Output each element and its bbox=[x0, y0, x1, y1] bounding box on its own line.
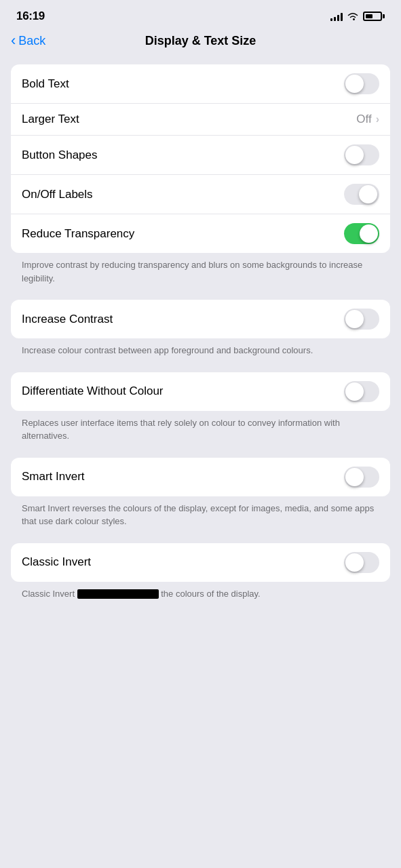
signal-icon bbox=[330, 12, 343, 21]
card-group-4: Smart Invert bbox=[11, 458, 390, 496]
settings-group-3: Differentiate Without Colour Replaces us… bbox=[11, 372, 390, 450]
classic-invert-toggle-knob bbox=[345, 553, 364, 572]
larger-text-chevron-icon: › bbox=[376, 113, 379, 125]
smart-invert-label: Smart Invert bbox=[22, 470, 85, 484]
smart-invert-row[interactable]: Smart Invert bbox=[11, 458, 390, 496]
page-title: Display & Text Size bbox=[145, 34, 256, 48]
group4-description: Smart Invert reverses the colours of the… bbox=[11, 496, 390, 535]
larger-text-row[interactable]: Larger Text Off › bbox=[11, 104, 390, 136]
settings-group-1: Bold Text Larger Text Off › Button Shape… bbox=[11, 64, 390, 292]
bold-text-label: Bold Text bbox=[22, 77, 69, 91]
on-off-labels-toggle[interactable] bbox=[344, 184, 379, 205]
button-shapes-row[interactable]: Button Shapes bbox=[11, 136, 390, 175]
settings-group-4: Smart Invert Smart Invert reverses the c… bbox=[11, 458, 390, 535]
smart-invert-toggle[interactable] bbox=[344, 467, 379, 488]
status-time: 16:19 bbox=[16, 9, 45, 23]
bold-text-row[interactable]: Bold Text bbox=[11, 64, 390, 104]
smart-invert-toggle-knob bbox=[345, 468, 364, 486]
settings-group-5: Classic Invert Classic Invert the colour… bbox=[11, 543, 390, 608]
back-label: Back bbox=[18, 34, 45, 48]
on-off-labels-row[interactable]: On/Off Labels bbox=[11, 175, 390, 214]
differentiate-without-colour-label: Differentiate Without Colour bbox=[22, 384, 164, 398]
larger-text-value: Off › bbox=[356, 113, 379, 126]
wifi-icon bbox=[347, 12, 359, 21]
larger-text-status: Off bbox=[356, 113, 371, 126]
status-icons bbox=[330, 12, 385, 21]
classic-invert-label: Classic Invert bbox=[22, 555, 91, 569]
group3-description: Replaces user interface items that rely … bbox=[11, 411, 390, 450]
battery-icon bbox=[363, 12, 385, 21]
differentiate-without-colour-row[interactable]: Differentiate Without Colour bbox=[11, 372, 390, 411]
status-bar: 16:19 bbox=[0, 0, 401, 28]
on-off-labels-toggle-knob bbox=[359, 185, 377, 203]
increase-contrast-toggle[interactable] bbox=[344, 309, 379, 330]
bold-text-toggle[interactable] bbox=[344, 73, 379, 94]
larger-text-label: Larger Text bbox=[22, 113, 79, 126]
back-chevron-icon: ‹ bbox=[11, 33, 16, 48]
increase-contrast-label: Increase Contrast bbox=[22, 313, 113, 326]
card-group-1: Bold Text Larger Text Off › Button Shape… bbox=[11, 64, 390, 253]
classic-invert-toggle[interactable] bbox=[344, 552, 379, 573]
differentiate-without-colour-toggle-knob bbox=[345, 382, 364, 401]
card-group-5: Classic Invert bbox=[11, 543, 390, 582]
reduce-transparency-toggle[interactable] bbox=[344, 223, 379, 244]
bold-text-toggle-knob bbox=[345, 75, 364, 93]
on-off-labels-label: On/Off Labels bbox=[22, 188, 93, 201]
reduce-transparency-toggle-knob bbox=[360, 224, 378, 243]
button-shapes-label: Button Shapes bbox=[22, 149, 98, 162]
increase-contrast-row[interactable]: Increase Contrast bbox=[11, 300, 390, 338]
settings-content: Bold Text Larger Text Off › Button Shape… bbox=[0, 56, 401, 620]
increase-contrast-toggle-knob bbox=[345, 310, 364, 328]
differentiate-without-colour-toggle[interactable] bbox=[344, 381, 379, 402]
group2-description: Increase colour contrast between app for… bbox=[11, 338, 390, 364]
card-group-2: Increase Contrast bbox=[11, 300, 390, 338]
nav-bar: ‹ Back Display & Text Size bbox=[0, 28, 401, 56]
group1-description: Improve contrast by reducing transparenc… bbox=[11, 253, 390, 292]
settings-group-2: Increase Contrast Increase colour contra… bbox=[11, 300, 390, 364]
group5-description: Classic Invert the colours of the displa… bbox=[11, 582, 390, 608]
card-group-3: Differentiate Without Colour bbox=[11, 372, 390, 411]
classic-invert-row[interactable]: Classic Invert bbox=[11, 543, 390, 582]
reduce-transparency-row[interactable]: Reduce Transparency bbox=[11, 214, 390, 253]
button-shapes-toggle-knob bbox=[345, 146, 364, 164]
back-button[interactable]: ‹ Back bbox=[11, 34, 45, 48]
redaction-bar bbox=[77, 589, 159, 599]
reduce-transparency-label: Reduce Transparency bbox=[22, 227, 134, 241]
button-shapes-toggle[interactable] bbox=[344, 144, 379, 165]
